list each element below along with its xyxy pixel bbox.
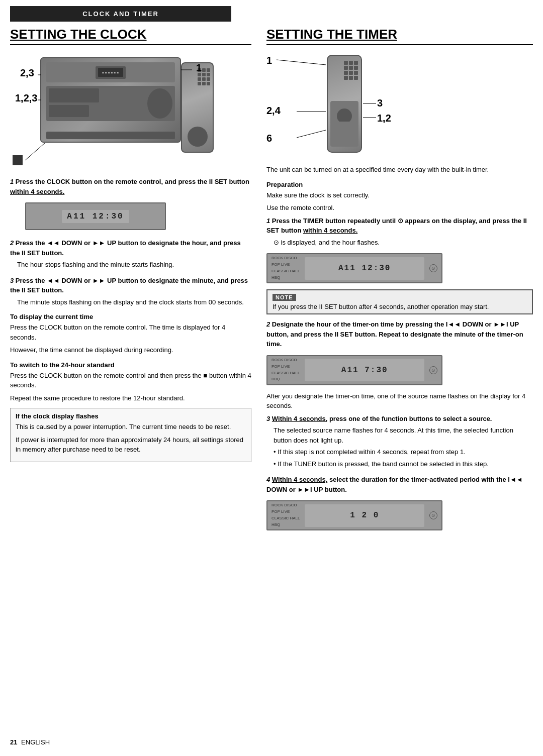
right-step3-bullet1: If this step is not completed within 4 s… — [266, 447, 533, 457]
left-column: SETTING THE CLOCK ▪▪▪▪▪▪ — [10, 22, 251, 536]
right-step3-bold-prefix: Within 4 seconds, — [272, 415, 327, 422]
preparation-text: Make sure the clock is set correctly. — [266, 190, 533, 200]
right-display1: ROCK DISCO POP LIVE CLASSIC HALL HBQ A11… — [266, 253, 442, 283]
step2-subtext: The hour stops flashing and the minute s… — [10, 260, 251, 270]
subsection-display-time: To display the current time Press the CL… — [10, 313, 251, 355]
page-footer: 21 ENGLISH — [10, 738, 50, 746]
right-step3-bold: press one of the function buttons to sel… — [327, 415, 492, 422]
display1-value: A11 12:30 — [62, 210, 129, 223]
remote-control-left — [181, 62, 214, 153]
bottom-square-indicator — [13, 155, 23, 165]
right-step4-number: 4 — [266, 476, 270, 483]
display4-main: 1 2 0 — [305, 504, 424, 527]
right-step3-bullet2: If the TUNER button is pressed, the band… — [266, 459, 533, 469]
right-step2-bold: Designate the hour of the timer-on time … — [266, 320, 523, 348]
page-number: 21 — [10, 738, 17, 746]
step1-bold: Press the CLOCK button on the remote con… — [16, 178, 249, 185]
display1-main: A11 12:30 — [305, 257, 424, 280]
right-display4: ROCK DISCO POP LIVE CLASSIC HALL HBQ 1 2… — [266, 500, 442, 530]
display2-circle: ⊙ — [429, 366, 437, 374]
subsection2-text2: Repeat the same procedure to restore the… — [10, 393, 251, 403]
right-step3: 3 Within 4 seconds, press one of the fun… — [266, 414, 533, 469]
step2-bold: Press the ◄◄ DOWN or ►► UP button to des… — [10, 239, 241, 257]
right-label-1: 1 — [266, 55, 272, 66]
right-step3-sub: The selected source name flashes for 4 s… — [266, 425, 533, 445]
right-display2: ROCK DISCO POP LIVE CLASSIC HALL HBQ A11… — [266, 355, 442, 385]
use-remote-text: Use the remote control. — [266, 203, 533, 213]
right-intro-text: The unit can be turned on at a specified… — [266, 165, 533, 175]
header-bar: CLOCK AND TIMER — [10, 6, 231, 22]
right-step4: 4 Within 4 seconds, select the duration … — [266, 475, 533, 494]
right-label-6: 6 — [266, 133, 272, 144]
left-step1: 1 Press the CLOCK button on the remote c… — [10, 177, 251, 196]
right-step1: 1 Press the TIMER button repeatedly unti… — [266, 216, 533, 248]
subsection-24hour: To switch to the 24-hour standard Press … — [10, 361, 251, 403]
right-device-illustration: 1 2,4 3 1,2 6 — [266, 52, 468, 158]
right-step1-underline: within 4 seconds. — [303, 227, 357, 234]
left-device-illustration: ▪▪▪▪▪▪ — [10, 52, 221, 168]
display2-labels: ROCK DISCO POP LIVE CLASSIC HALL HBQ — [272, 357, 300, 383]
note-text: If you press the II SET button after 4 s… — [273, 303, 527, 310]
display2-content: A11 7:30 — [341, 366, 388, 375]
right-label-12: 1,2 — [377, 113, 391, 124]
right-step4-bold-prefix: Within 4 seconds, — [272, 476, 327, 483]
step3-subtext: The minute stops flashing on the display… — [10, 297, 251, 307]
display4-labels: ROCK DISCO POP LIVE CLASSIC HALL HBQ — [272, 502, 300, 528]
step1-number: 1 — [10, 178, 14, 185]
subsection2-title: To switch to the 24-hour standard — [10, 361, 251, 369]
right-arrows — [266, 52, 468, 158]
device-label-1-left: 1 — [196, 62, 202, 74]
left-display1: A11 12:30 — [25, 202, 166, 230]
step1-underline: within 4 seconds. — [10, 188, 64, 195]
right-step2-number: 2 — [266, 320, 270, 328]
remote-control-right — [327, 55, 362, 153]
svg-line-8 — [297, 130, 326, 138]
left-step3: 3 Press the ◄◄ DOWN or ►► UP button to d… — [10, 276, 251, 307]
right-section-title: SETTING THE TIMER — [266, 27, 533, 45]
preparation-title: Preparation — [266, 181, 533, 188]
page-lang: ENGLISH — [21, 738, 50, 746]
step3-number: 3 — [10, 277, 14, 284]
stereo-unit: ▪▪▪▪▪▪ — [40, 57, 181, 143]
step3-bold: Press the ◄◄ DOWN or ►► UP button to des… — [10, 277, 248, 294]
subsection1-text2: However, the time cannot be displayed du… — [10, 345, 251, 355]
box-note-text1: This is caused by a power interruption. … — [16, 422, 246, 432]
subsection1-text1: Press the CLOCK button on the remote con… — [10, 322, 251, 342]
left-step2: 2 Press the ◄◄ DOWN or ►► UP button to d… — [10, 238, 251, 270]
display-circle-indicator: ⊙ — [429, 264, 437, 272]
note-box: NOTE If you press the II SET button afte… — [266, 289, 533, 314]
display-labels: ROCK DISCO POP LIVE CLASSIC HALL HBQ — [272, 255, 300, 281]
note-label: NOTE — [273, 294, 296, 301]
step2-number: 2 — [10, 239, 14, 247]
device-label-23: 2,3 — [20, 67, 34, 79]
display4-content: 1 2 0 — [350, 511, 379, 520]
svg-line-4 — [277, 60, 326, 65]
right-step1-number: 1 — [266, 217, 270, 225]
left-section-title: SETTING THE CLOCK — [10, 27, 251, 45]
svg-line-3 — [25, 143, 45, 160]
box-note-text2: If power is interrupted for more than ap… — [16, 435, 246, 455]
right-step3-number: 3 — [266, 415, 270, 422]
box-note-title: If the clock display flashes — [16, 412, 246, 420]
display2-main: A11 7:30 — [305, 359, 424, 381]
right-label-24: 2,4 — [266, 105, 281, 117]
device-label-123: 1,2,3 — [15, 92, 37, 104]
subsection1-title: To display the current time — [10, 313, 251, 320]
subsection2-text1: Press the CLOCK button on the remote con… — [10, 371, 251, 390]
clock-flash-note-box: If the clock display flashes This is cau… — [10, 408, 251, 462]
right-column: SETTING THE TIMER — [266, 22, 533, 536]
after-step2-text: After you designate the timer-on time, o… — [266, 391, 533, 411]
right-label-3: 3 — [377, 97, 383, 109]
display4-circle: ⊙ — [429, 511, 437, 519]
right-step2: 2 Designate the hour of the timer-on tim… — [266, 319, 533, 349]
right-step1-sub: ⊙ is displayed, and the hour flashes. — [266, 238, 533, 248]
header-label: CLOCK AND TIMER — [82, 10, 159, 18]
display1-content: A11 12:30 — [338, 264, 391, 273]
